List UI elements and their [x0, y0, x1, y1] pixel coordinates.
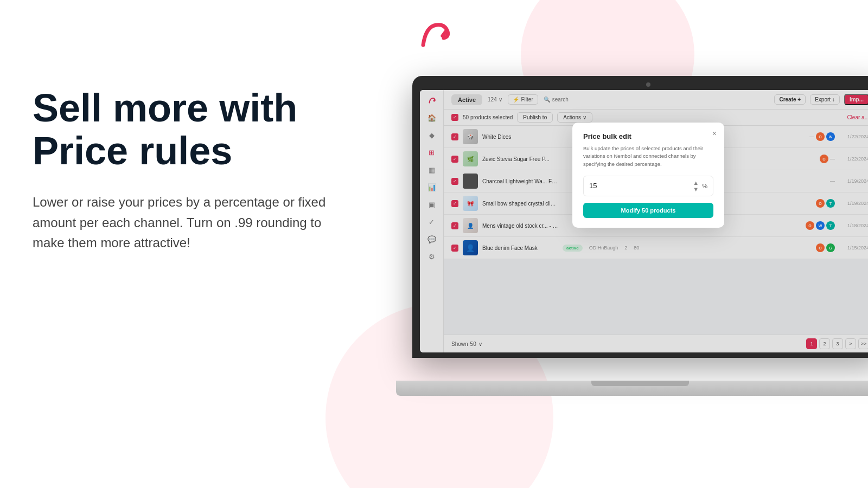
price-bulk-edit-modal: Price bulk edit × Bulk update the prices…	[572, 123, 724, 228]
sub-text: Lower or raise your prices by a percenta…	[33, 192, 336, 253]
laptop-wrapper: 🏠 ◆ ⊞ ▦ 📊 ▣ ✓ 💬 ⚙ Active	[396, 76, 868, 396]
logo-area	[412, 15, 456, 55]
modal-input-controls: ▲▼ %	[693, 179, 707, 192]
modal-title: Price bulk edit	[583, 132, 713, 140]
laptop-screen: 🏠 ◆ ⊞ ▦ 📊 ▣ ✓ 💬 ⚙ Active	[420, 90, 868, 352]
laptop-frame: 🏠 ◆ ⊞ ▦ 📊 ▣ ✓ 💬 ⚙ Active	[412, 76, 868, 358]
laptop-camera	[646, 82, 650, 87]
modal-input-row: 15 ▲▼ %	[583, 176, 713, 196]
unit-label: %	[702, 183, 707, 189]
logo-icon	[412, 15, 456, 53]
modal-input-value[interactable]: 15	[589, 182, 597, 190]
modal-description: Bulk update the prices of selected produ…	[583, 145, 713, 168]
stepper-up-icon[interactable]: ▲▼	[693, 179, 699, 192]
modal-overlay: Price bulk edit × Bulk update the prices…	[420, 90, 868, 352]
modify-button[interactable]: Modify 50 products	[583, 203, 713, 218]
modal-close-button[interactable]: ×	[712, 129, 717, 138]
laptop-base	[396, 381, 868, 396]
main-heading: Sell more with Price rules	[33, 87, 336, 172]
app-ui: 🏠 ◆ ⊞ ▦ 📊 ▣ ✓ 💬 ⚙ Active	[420, 90, 868, 352]
left-section: Sell more with Price rules Lower or rais…	[33, 87, 336, 253]
laptop-base-notch	[591, 381, 689, 386]
